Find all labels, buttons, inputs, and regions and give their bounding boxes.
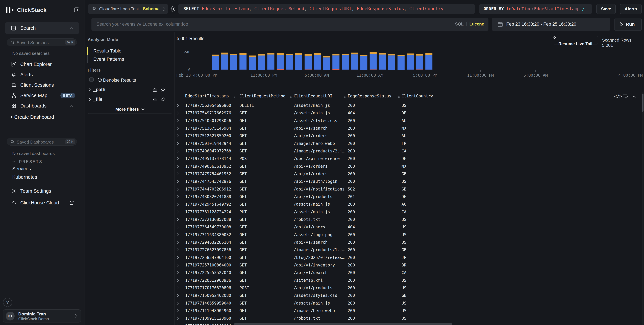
expand-row-chevron-icon[interactable] (177, 233, 179, 237)
denoise-checkbox[interactable] (89, 77, 94, 82)
expand-row-chevron-icon[interactable] (177, 324, 179, 325)
expand-row-chevron-icon[interactable] (177, 294, 179, 297)
preset-item-services[interactable]: Services (12, 166, 31, 172)
expand-row-chevron-icon[interactable] (177, 309, 179, 313)
resume-live-tail-button[interactable]: Resume Live Tail (553, 36, 598, 44)
sidebar-item-alerts[interactable]: Alerts (5, 70, 79, 79)
table-row[interactable]: 1771977294632285184GET/api/v1/search200U… (174, 239, 641, 246)
bar-chart-icon[interactable] (152, 97, 157, 102)
expand-row-chevron-icon[interactable] (177, 111, 179, 115)
collapse-sidebar-icon[interactable] (74, 7, 80, 13)
sidebar-item-service-map[interactable]: Service Map BETA (5, 91, 79, 100)
column-header[interactable]: EdgeResponseStatus (348, 94, 391, 98)
expand-row-chevron-icon[interactable] (177, 157, 179, 160)
sql-mode-button[interactable]: SQL (455, 22, 464, 26)
table-row[interactable]: 1771977257100864000GET/api/v1/inventory2… (174, 262, 641, 269)
expand-row-chevron-icon[interactable] (177, 248, 179, 252)
expand-row-chevron-icon[interactable] (177, 271, 179, 274)
expand-row-chevron-icon[interactable] (177, 142, 179, 145)
preset-item-kubernetes[interactable]: Kubernetes (12, 174, 37, 180)
expand-row-chevron-icon[interactable] (177, 172, 179, 176)
table-row[interactable]: 1771977146659959040GET/assets/main.js200… (174, 300, 641, 307)
chevron-right-icon[interactable] (88, 88, 91, 91)
table-row[interactable]: 1771977540501293056GET/assets/styles.css… (174, 117, 641, 125)
expand-row-chevron-icon[interactable] (177, 279, 179, 282)
expand-row-chevron-icon[interactable] (177, 203, 179, 206)
column-drag-handle-icon[interactable] (290, 94, 292, 98)
user-menu[interactable]: DT Dominic Tran ClickStack Demo (3, 310, 81, 323)
table-row[interactable]: 1771977372136857088GET/robots.txt200US (174, 216, 641, 223)
save-button[interactable]: Save (596, 4, 616, 14)
table-row[interactable]: 1771977150952462080GET/assets/styles.css… (174, 292, 641, 299)
saved-searches-input[interactable]: Saved Searches ⌘ K (7, 38, 77, 46)
column-drag-handle-icon[interactable] (344, 94, 346, 98)
expand-row-chevron-icon[interactable] (177, 218, 179, 221)
expand-row-chevron-icon[interactable] (177, 119, 179, 122)
mode-results-table[interactable]: Results Table (93, 48, 122, 54)
table-row[interactable]: 1771977429451649792GET/assets/main.js200… (174, 201, 641, 208)
column-header[interactable]: ClientRequestMethod (240, 94, 286, 98)
column-drag-handle-icon[interactable] (398, 94, 400, 98)
help-button[interactable]: ? (3, 298, 12, 307)
table-row[interactable]: 1771977430320741888GET/api/v1/products20… (174, 193, 641, 201)
pin-icon[interactable] (160, 87, 165, 92)
column-header[interactable]: ClientRequestURI (294, 94, 332, 98)
table-row[interactable]: 1771977109915123968GET/robots.txt200US (174, 315, 641, 322)
field-name[interactable]: _path (93, 87, 106, 92)
results-histogram[interactable]: 0240Feb 23 4:00:00 PM11:00:00 PM5:00:00 … (174, 48, 644, 79)
expand-row-chevron-icon[interactable] (177, 134, 179, 137)
expand-row-chevron-icon[interactable] (177, 127, 179, 130)
expand-row-chevron-icon[interactable] (177, 241, 179, 244)
sidebar-item-clickhouse-cloud[interactable]: ClickHouse Cloud (5, 198, 79, 207)
expand-row-chevron-icon[interactable] (177, 256, 179, 259)
table-row[interactable]: 1771977170170320896POST/api/v1/products2… (174, 284, 641, 292)
run-button[interactable]: Run (614, 18, 642, 31)
more-filters-button[interactable]: More filters (88, 105, 172, 114)
expand-row-chevron-icon[interactable] (177, 165, 179, 168)
sql-select-input[interactable]: SELECT EdgeStartTimestamp, ClientRequest… (178, 4, 475, 14)
date-range-picker[interactable]: Feb 23 16:38:20 - Feb 25 16:38:20 (492, 18, 610, 31)
lucene-mode-button[interactable]: Lucene (469, 22, 484, 26)
data-source-select[interactable]: Cloudflare Logs Test Schema (88, 4, 168, 14)
table-row[interactable]: 1771977501019442944GET/images/hero.webp2… (174, 140, 641, 147)
table-row[interactable]: 1771977495137478144POST/docs/api-referen… (174, 155, 641, 162)
vertical-scrollbar-thumb[interactable] (642, 94, 644, 112)
table-row[interactable]: 1771977258347964160GET/blog/2025/01/rele… (174, 254, 641, 262)
pin-icon[interactable] (160, 97, 165, 102)
expand-row-chevron-icon[interactable] (177, 188, 179, 191)
table-row[interactable]: 1771977444703206912GET/api/v1/notificati… (174, 185, 641, 193)
expand-row-chevron-icon[interactable] (177, 149, 179, 153)
presets-toggle[interactable]: PRESETS (12, 159, 42, 164)
source-settings-gear-icon[interactable] (170, 6, 176, 12)
create-dashboard-button[interactable]: + Create Dashboard (10, 114, 54, 120)
alerts-button[interactable]: Alerts (620, 4, 642, 14)
table-row[interactable]: 1771977447543742976GET/api/v1/auth/login… (174, 178, 641, 185)
field-name[interactable]: _file (93, 97, 102, 102)
table-row[interactable]: 1771977225553527040GET/api/v1/search200C… (174, 269, 641, 277)
table-row[interactable]: 1771977496047072768GET/images/products/2… (174, 147, 641, 155)
expand-row-chevron-icon[interactable] (177, 210, 179, 214)
expand-row-chevron-icon[interactable] (177, 264, 179, 267)
sidebar-item-search[interactable]: Search (5, 22, 79, 34)
table-row[interactable]: 1771977220512903936GET/sitemap.xml200US (174, 277, 641, 284)
sidebar-item-chart-explorer[interactable]: Chart Explorer (5, 60, 79, 69)
table-row[interactable]: 1771977490563613952GET/api/v1/orders200M… (174, 163, 641, 170)
saved-dashboards-input[interactable]: Saved Dashboards ⌘ K (7, 138, 77, 146)
search-events-input[interactable]: Search your events w/ Lucene ex. column:… (92, 18, 488, 31)
expand-row-chevron-icon[interactable] (177, 286, 179, 290)
table-row[interactable]: 1771977364549739008GET/api/v1/users404US (174, 223, 641, 231)
table-row[interactable]: 1771977111948904960GET/images/hero.webp2… (174, 307, 641, 315)
table-row[interactable]: 1771977276623097856GET/images/products/1… (174, 246, 641, 254)
horizontal-scrollbar-thumb[interactable] (234, 323, 452, 325)
table-row[interactable]: 1771977381128724224PUT/assets/main.js200… (174, 208, 641, 216)
column-drag-handle-icon[interactable] (234, 94, 236, 98)
table-row[interactable]: 1771977479754461952GET/api/v1/orders200G… (174, 170, 641, 178)
table-row[interactable]: 1771977512627859200GET/api/v1/orders200A… (174, 132, 641, 140)
expand-row-chevron-icon[interactable] (177, 195, 179, 198)
sidebar-item-dashboards[interactable]: Dashboards (5, 101, 79, 110)
table-row[interactable]: 1771977549717662976GET/assets/main.js404… (174, 109, 641, 117)
expand-row-chevron-icon[interactable] (177, 180, 179, 183)
sidebar-item-team-settings[interactable]: Team Settings (5, 186, 79, 196)
sql-orderby-input[interactable]: ORDER BY toDateTime(EdgeStartTimestamp / (479, 4, 592, 14)
chevron-right-icon[interactable] (88, 98, 91, 101)
